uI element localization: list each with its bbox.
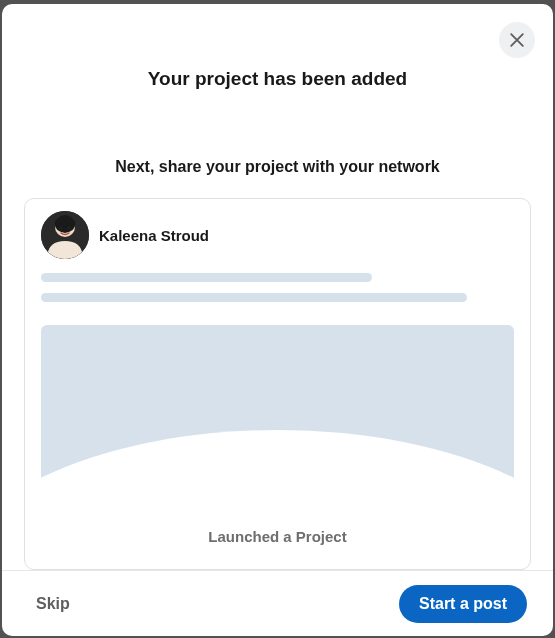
- modal-subtitle: Next, share your project with your netwo…: [24, 158, 531, 176]
- modal-body: Next, share your project with your netwo…: [2, 132, 553, 570]
- post-header: Kaleena Stroud: [25, 199, 530, 267]
- share-project-modal: Your project has been added Next, share …: [2, 4, 553, 636]
- preview-curve: [41, 430, 514, 510]
- placeholder-line: [41, 293, 467, 302]
- placeholder-line: [41, 273, 372, 282]
- avatar: [41, 211, 89, 259]
- preview-image-placeholder: [41, 325, 514, 510]
- close-button[interactable]: [499, 22, 535, 58]
- start-post-button[interactable]: Start a post: [399, 585, 527, 623]
- svg-point-3: [68, 226, 71, 229]
- author-name: Kaleena Stroud: [99, 227, 209, 244]
- post-preview-card: Kaleena Stroud Launched a Project: [24, 198, 531, 570]
- modal-header: Your project has been added: [2, 4, 553, 132]
- close-icon: [507, 30, 527, 50]
- svg-point-2: [60, 226, 63, 229]
- modal-footer: Skip Start a post: [2, 570, 553, 637]
- placeholder-text: [25, 267, 530, 325]
- skip-button[interactable]: Skip: [32, 589, 74, 619]
- card-caption: Launched a Project: [25, 510, 530, 569]
- modal-title: Your project has been added: [2, 68, 553, 90]
